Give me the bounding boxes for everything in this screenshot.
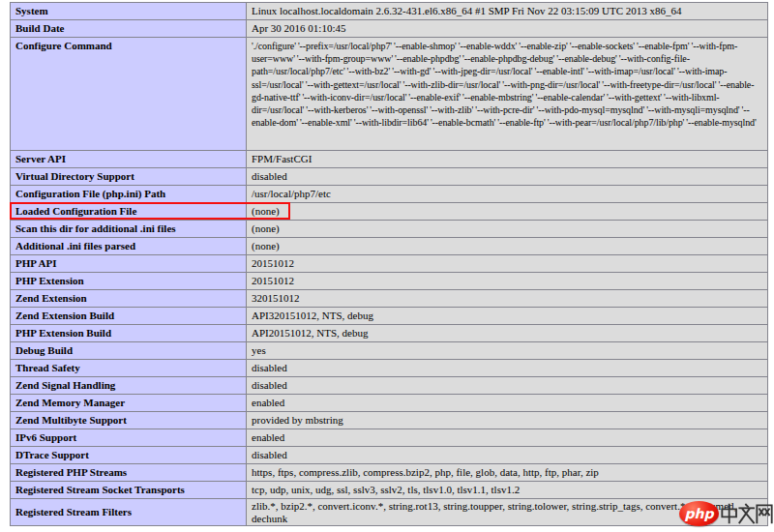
prop-label: PHP Extension Build bbox=[11, 325, 247, 342]
prop-value: 20151012 bbox=[247, 273, 768, 290]
prop-label: Scan this dir for additional .ini files bbox=[11, 221, 247, 238]
prop-value: enabled bbox=[247, 429, 768, 447]
prop-value: disabled bbox=[247, 168, 768, 186]
prop-value: Linux localhost.localdomain 2.6.32-431.e… bbox=[247, 3, 768, 20]
prop-value: https, ftps, compress.zlib, compress.bzi… bbox=[247, 464, 768, 482]
table-row-virtual-directory: Virtual Directory Support disabled bbox=[11, 168, 768, 186]
prop-label: DTrace Support bbox=[11, 447, 247, 464]
prop-label: Zend Signal Handling bbox=[11, 377, 247, 395]
table-row-system: System Linux localhost.localdomain 2.6.3… bbox=[11, 3, 768, 20]
table-row-zend-memory-manager: Zend Memory Manager enabled bbox=[11, 395, 768, 412]
prop-value: tcp, udp, unix, udg, ssl, sslv3, sslv2, … bbox=[247, 482, 768, 499]
prop-label: Zend Multibyte Support bbox=[11, 412, 247, 429]
prop-value: Apr 30 2016 01:10:45 bbox=[247, 20, 768, 38]
table-row-zend-signal-handling: Zend Signal Handling disabled bbox=[11, 377, 768, 395]
prop-value: enabled bbox=[247, 395, 768, 412]
prop-label: Server API bbox=[11, 151, 247, 168]
phpinfo-table: System Linux localhost.localdomain 2.6.3… bbox=[10, 2, 768, 526]
prop-label: Configure Command bbox=[11, 38, 247, 151]
prop-label: Additional .ini files parsed bbox=[11, 238, 247, 255]
prop-value: FPM/FastCGI bbox=[247, 151, 768, 168]
prop-value: API20151012, NTS, debug bbox=[247, 325, 768, 342]
highlight-box bbox=[10, 202, 290, 220]
table-row-zend-extension: Zend Extension 320151012 bbox=[11, 290, 768, 308]
prop-label: Zend Memory Manager bbox=[11, 395, 247, 412]
prop-value: disabled bbox=[247, 447, 768, 464]
prop-label: System bbox=[11, 3, 247, 20]
table-row-ipv6-support: IPv6 Support enabled bbox=[11, 429, 768, 447]
phpinfo-page: { "table": { "rows": [ {"label": "System… bbox=[0, 0, 774, 532]
table-row-registered-php-streams: Registered PHP Streams https, ftps, comp… bbox=[11, 464, 768, 482]
table-row-scan-dir-ini: Scan this dir for additional .ini files … bbox=[11, 221, 768, 238]
table-row-config-file-path: Configuration File (php.ini) Path /usr/l… bbox=[11, 186, 768, 203]
prop-value: disabled bbox=[247, 360, 768, 377]
prop-value: 320151012 bbox=[247, 290, 768, 308]
prop-label: PHP Extension bbox=[11, 273, 247, 290]
prop-label: Registered PHP Streams bbox=[11, 464, 247, 482]
table-row-stream-filters: Registered Stream Filters zlib.*, bzip2.… bbox=[11, 499, 768, 526]
prop-value: './configure' '--prefix=/usr/local/php7'… bbox=[247, 38, 768, 151]
table-row-php-extension-build: PHP Extension Build API20151012, NTS, de… bbox=[11, 325, 768, 342]
table-row-build-date: Build Date Apr 30 2016 01:10:45 bbox=[11, 20, 768, 38]
table-row-php-extension: PHP Extension 20151012 bbox=[11, 273, 768, 290]
table-row-stream-socket-transports: Registered Stream Socket Transports tcp,… bbox=[11, 482, 768, 499]
prop-value: (none) bbox=[247, 238, 768, 255]
prop-label: Registered Stream Socket Transports bbox=[11, 482, 247, 499]
table-row-dtrace-support: DTrace Support disabled bbox=[11, 447, 768, 464]
table-row-zend-extension-build: Zend Extension Build API320151012, NTS, … bbox=[11, 308, 768, 325]
prop-value: provided by mbstring bbox=[247, 412, 768, 429]
table-row-php-api: PHP API 20151012 bbox=[11, 255, 768, 273]
prop-label: Thread Safety bbox=[11, 360, 247, 377]
prop-label: Debug Build bbox=[11, 342, 247, 360]
prop-label: Configuration File (php.ini) Path bbox=[11, 186, 247, 203]
prop-label: PHP API bbox=[11, 255, 247, 273]
prop-label: Build Date bbox=[11, 20, 247, 38]
table-row-configure-command: Configure Command './configure' '--prefi… bbox=[11, 38, 768, 151]
prop-value: disabled bbox=[247, 377, 768, 395]
prop-label: IPv6 Support bbox=[11, 429, 247, 447]
table-row-thread-safety: Thread Safety disabled bbox=[11, 360, 768, 377]
prop-value: API320151012, NTS, debug bbox=[247, 308, 768, 325]
table-row-zend-multibyte: Zend Multibyte Support provided by mbstr… bbox=[11, 412, 768, 429]
table-row-server-api: Server API FPM/FastCGI bbox=[11, 151, 768, 168]
prop-label: Zend Extension bbox=[11, 290, 247, 308]
php-logo-badge-icon: php bbox=[679, 501, 719, 526]
prop-value: (none) bbox=[247, 203, 768, 221]
cn-site-name-icon bbox=[721, 499, 773, 528]
prop-value: yes bbox=[247, 342, 768, 360]
table-row-debug-build: Debug Build yes bbox=[11, 342, 768, 360]
prop-value: (none) bbox=[247, 221, 768, 238]
prop-label: Virtual Directory Support bbox=[11, 168, 247, 186]
prop-value: 20151012 bbox=[247, 255, 768, 273]
prop-value: /usr/local/php7/etc bbox=[247, 186, 768, 203]
table-row-additional-ini: Additional .ini files parsed (none) bbox=[11, 238, 768, 255]
prop-label: Registered Stream Filters bbox=[11, 499, 247, 526]
prop-label: Zend Extension Build bbox=[11, 308, 247, 325]
php-cn-watermark: php bbox=[679, 497, 773, 530]
